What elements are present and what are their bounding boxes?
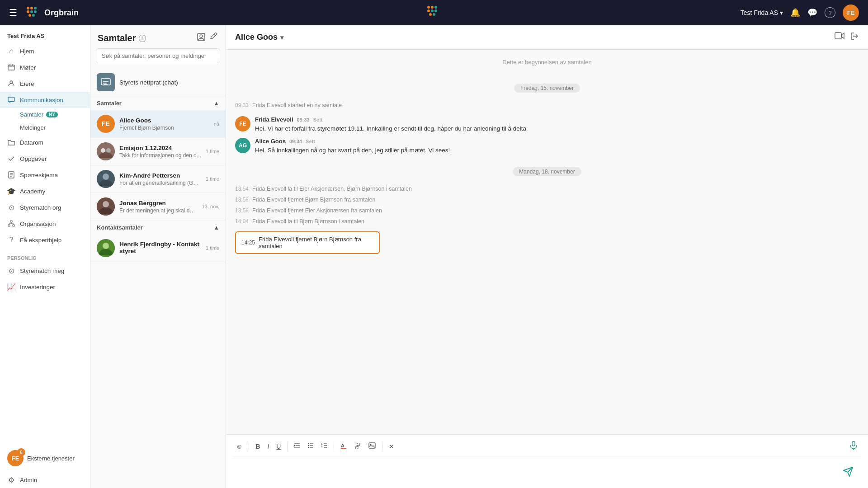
svg-point-13	[434, 9, 437, 12]
sidebar-item-label: Datarom	[20, 139, 43, 146]
sidebar-item-sporreskjema[interactable]: Spørreskjema	[0, 167, 90, 183]
svg-point-6	[28, 14, 31, 17]
main-layout: Test Frida AS ⌂ Hjem Møter Eiere Kommuni…	[0, 25, 868, 488]
topbar: ☰ Orgbrain	[0, 0, 868, 25]
send-button[interactable]	[843, 466, 854, 480]
message-input[interactable]	[233, 461, 861, 483]
sidebar-item-moter[interactable]: Møter	[0, 59, 90, 75]
chat-icon[interactable]: 💬	[807, 8, 817, 18]
help-icon[interactable]: ?	[825, 7, 835, 18]
indent-btn[interactable]	[291, 441, 303, 452]
sidebar-item-hjem[interactable]: ⌂ Hjem	[0, 43, 90, 59]
sidebar-item-admin[interactable]: ⚙ Admin	[0, 472, 90, 488]
jonas-time: 13. nov.	[202, 204, 219, 209]
sidebar-item-kommunikasjon[interactable]: Kommunikasjon	[0, 92, 90, 108]
chat-header-icons	[835, 32, 859, 43]
svg-point-20	[10, 81, 13, 84]
compose-icon[interactable]	[209, 33, 218, 44]
svg-point-43	[103, 174, 109, 180]
notification-icon[interactable]: 🔔	[790, 8, 800, 18]
sidebar-item-label: Spørreskjema	[20, 172, 58, 178]
alice-time: nå	[214, 121, 219, 127]
sidebar-item-investeringer[interactable]: 📈 Investeringer	[0, 279, 90, 295]
user-avatar[interactable]: FE	[843, 5, 859, 21]
sidebar-item-label: Styrematch org	[20, 204, 61, 211]
conv-item-alice[interactable]: FE Alice Goos Fjernet Bjørn Bjørnson nå	[90, 110, 226, 138]
msg-time-stamp: 09:33	[297, 117, 310, 122]
toolbar-divider	[334, 442, 334, 450]
date-fri-text: Fredag, 15. november	[514, 84, 580, 93]
sidebar-item-label: Academy	[20, 188, 45, 195]
msg-frida-1: FE Frida Elvevoll 09:33 Sett Hei. Vi har…	[235, 116, 859, 133]
externe-tjenester-label: Eksterne tjenester	[27, 455, 75, 462]
group-chat-item[interactable]: Styrets nettprat (chat)	[90, 69, 226, 96]
henrik-name: Henrik Fjerdingby - Kontakt styret	[119, 241, 201, 254]
italic-btn[interactable]: I	[264, 441, 272, 452]
sidebar-item-label: Eiere	[20, 80, 34, 87]
sidebar-org: Test Frida AS	[0, 25, 90, 43]
image-btn[interactable]	[366, 441, 378, 452]
date-mon-text: Mandag, 18. november	[513, 167, 581, 176]
sidebar-item-organisasjon[interactable]: Organisasjon	[0, 216, 90, 232]
voice-btn[interactable]	[846, 439, 861, 453]
survey-icon	[7, 171, 15, 179]
org-icon	[7, 220, 15, 228]
admin-icon: ⚙	[7, 476, 15, 484]
sidebar-item-datarom[interactable]: Datarom	[0, 134, 90, 150]
sidebar-sub-samtaler[interactable]: Samtaler NY	[0, 108, 90, 121]
sidebar-item-academy[interactable]: 🎓 Academy	[0, 183, 90, 199]
sidebar-item-oppgaver[interactable]: Oppgaver	[0, 150, 90, 167]
profile-icon[interactable]	[197, 33, 206, 44]
collapse-samtaler-icon[interactable]: ▲	[213, 100, 219, 107]
info-icon[interactable]: i	[139, 35, 146, 42]
list-ul-btn[interactable]	[305, 441, 316, 452]
conv-item-emisjon[interactable]: Emisjon 1.12.2024 Takk for informasjonen…	[90, 138, 226, 165]
menu-icon[interactable]: ☰	[9, 7, 17, 18]
msg-time: 14:04	[235, 218, 249, 225]
conversations-panel: Samtaler i Styrets nettprat (chat) Samta	[90, 25, 226, 488]
investments-icon: 📈	[7, 283, 15, 291]
underline-btn[interactable]: U	[274, 441, 283, 452]
leave-icon[interactable]	[850, 32, 859, 43]
emoji-btn[interactable]: ☺	[233, 441, 245, 452]
personlig-section: Personlig	[0, 252, 90, 263]
author-name: Alice Goos	[255, 138, 286, 145]
clear-btn[interactable]: ✕	[386, 441, 397, 452]
conv-title-text: Samtaler	[98, 33, 136, 43]
font-color-btn[interactable]: A	[338, 441, 349, 452]
highlighted-text: Frida Elvevoll fjernet Bjørn Bjørnson fr…	[259, 236, 373, 249]
conv-item-jonas[interactable]: Jonas Berggren Er det meningen at jeg sk…	[90, 193, 226, 221]
link-btn[interactable]	[351, 441, 364, 452]
conv-item-henrik[interactable]: Henrik Fjerdingby - Kontakt styret 1 tim…	[90, 235, 226, 262]
jonas-info: Jonas Berggren Er det meningen at jeg sk…	[119, 200, 198, 214]
kim-time: 1 time	[206, 176, 219, 182]
chat-title[interactable]: Alice Goos ▾	[235, 33, 283, 42]
sidebar-sub-meldinger[interactable]: Meldinger	[0, 121, 90, 134]
svg-point-1	[30, 7, 33, 9]
sidebar-item-label: Hjem	[20, 48, 34, 55]
bold-btn[interactable]: B	[253, 441, 263, 452]
msg-text: Frida Elvevoll la til Bjørn Bjørnson i s…	[252, 218, 364, 225]
video-icon[interactable]	[835, 32, 844, 43]
list-ol-btn[interactable]: 1.2.3.	[318, 441, 330, 452]
svg-rect-36	[101, 79, 110, 85]
sidebar-item-styrematch-org[interactable]: ⊙ Styrematch org	[0, 199, 90, 216]
collapse-kontakt-icon[interactable]: ▲	[213, 224, 219, 231]
org-selector[interactable]: Test Frida AS ▾	[741, 9, 783, 16]
sidebar-item-eiere[interactable]: Eiere	[0, 75, 90, 92]
bottom-user[interactable]: FE 6 Eksterne tjenester	[0, 445, 90, 472]
search-input[interactable]	[96, 48, 220, 63]
toolbar-divider	[287, 442, 288, 450]
alice-msg-avatar: AG	[235, 138, 250, 153]
svg-rect-27	[8, 225, 10, 226]
conv-item-kim[interactable]: Kim-André Pettersen For at en generalfor…	[90, 165, 226, 193]
sidebar-item-eksperthjelp[interactable]: ? Få eksperthjelp	[0, 232, 90, 248]
sidebar-item-label: Få eksperthjelp	[20, 237, 61, 244]
toolbar-divider	[249, 442, 249, 450]
henrik-time: 1 time	[206, 245, 219, 251]
svg-point-14	[429, 13, 432, 16]
sidebar-item-styrematch-meg[interactable]: ⊙ Styrematch meg	[0, 263, 90, 279]
msg-text: Hei. Så innkallingen nå og har svart på …	[255, 146, 859, 155]
svg-point-47	[103, 243, 109, 249]
dropdown-icon: ▾	[280, 34, 283, 41]
